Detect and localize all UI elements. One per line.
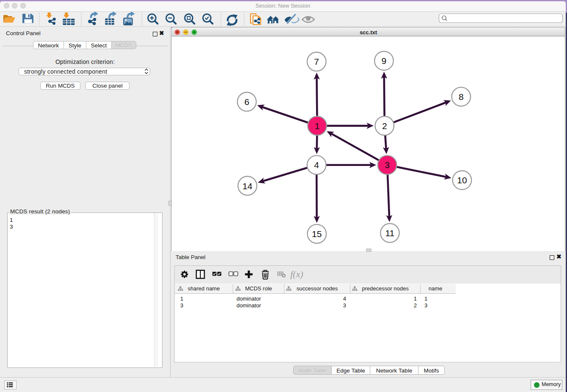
svg-text:4: 4	[314, 160, 319, 170]
svg-text:f(x): f(x)	[290, 269, 303, 279]
svg-text:10: 10	[457, 175, 467, 185]
svg-text:11: 11	[385, 228, 394, 238]
svg-text:6: 6	[244, 97, 249, 107]
svg-text:2: 2	[382, 121, 387, 131]
svg-text:9: 9	[382, 56, 387, 66]
svg-text:7: 7	[314, 57, 319, 66]
svg-text:1: 1	[315, 121, 320, 131]
svg-text:8: 8	[459, 92, 464, 102]
svg-text:15: 15	[312, 229, 322, 239]
svg-text:14: 14	[242, 181, 253, 191]
svg-text:3: 3	[385, 160, 390, 170]
